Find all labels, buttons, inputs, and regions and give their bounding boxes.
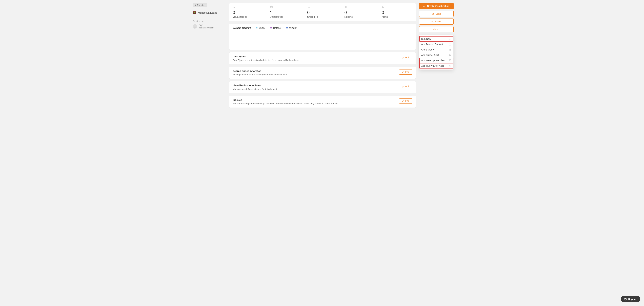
stat-shared-to: 0 Shared To <box>307 6 338 18</box>
create-visualization-button[interactable]: Create Visualization <box>419 3 454 9</box>
bell-icon <box>449 54 452 56</box>
created-by-label: Created by: <box>192 20 226 22</box>
legend-widget: Widget <box>286 27 296 29</box>
stat-label: Alerts <box>382 16 412 18</box>
divider <box>192 18 226 18</box>
more-dropdown: Run Now Add Derived Dataset Clone Query … <box>419 35 454 70</box>
section-desc: Manage pre-defined widgets for this data… <box>233 88 277 90</box>
section-title: Data Types <box>233 55 300 58</box>
legend-dot-icon <box>256 28 258 29</box>
diagram-title: Dataset diagram <box>233 27 251 29</box>
main-content: 0 Visualizations 1 Datasources 0 Shared … <box>229 3 416 108</box>
legend-dot-icon <box>270 28 272 29</box>
menu-label: Add Query Error Alert <box>421 64 444 67</box>
play-circle-icon <box>449 38 452 40</box>
edit-viz-templates-button[interactable]: Edit <box>399 84 412 89</box>
menu-label: Run Now <box>421 38 431 40</box>
menu-label: Add Derived Dataset <box>421 43 443 46</box>
pencil-icon <box>402 71 404 73</box>
more-button[interactable]: More... <box>419 26 454 32</box>
status-badge: Running <box>192 3 207 7</box>
section-search-analytics: Search Based Analytics Settings related … <box>229 67 416 79</box>
button-label: Send <box>436 13 441 15</box>
svg-rect-11 <box>449 49 450 50</box>
bar-chart-icon <box>423 5 426 8</box>
stat-datasources: 1 Datasources <box>270 6 300 18</box>
menu-add-data-update-alert[interactable]: Add Data Update Alert <box>419 58 454 63</box>
section-desc: For non-direct queries with large datase… <box>233 102 338 105</box>
bell-icon <box>382 6 412 9</box>
stats-card: 0 Visualizations 1 Datasources 0 Shared … <box>229 3 416 21</box>
stat-visualizations: 0 Visualizations <box>233 6 263 18</box>
svg-point-6 <box>433 21 434 21</box>
menu-label: Add Data Update Alert <box>421 59 445 62</box>
bar-chart-icon <box>233 6 263 9</box>
menu-add-query-error-alert[interactable]: Add Query Error Alert <box>419 63 454 69</box>
menu-run-now[interactable]: Run Now <box>419 36 454 42</box>
legend-dataset: Dataset <box>270 27 281 29</box>
svg-rect-10 <box>450 49 451 51</box>
bell-icon <box>449 59 452 62</box>
share-icon <box>431 20 434 23</box>
dataset-diagram-card: Dataset diagram Query Dataset Widget <box>229 24 416 50</box>
user-name: Puja <box>199 24 214 27</box>
menu-label: Add Trigger Alert <box>421 54 439 56</box>
legend-label: Query <box>259 27 265 29</box>
edit-label: Edit <box>405 71 409 73</box>
bell-icon <box>449 64 452 67</box>
stat-label: Shared To <box>307 16 338 18</box>
stat-label: Visualizations <box>233 16 263 18</box>
svg-point-8 <box>449 38 451 40</box>
section-data-types: Data Types Data Types are automatically … <box>229 52 416 64</box>
section-title: Search Based Analytics <box>233 70 288 72</box>
stat-alerts: 0 Alerts <box>382 6 412 18</box>
svg-point-7 <box>433 22 434 23</box>
send-button[interactable]: Send <box>419 11 454 17</box>
stat-value: 0 <box>344 10 375 15</box>
status-dot-icon <box>194 5 196 6</box>
report-icon <box>344 6 375 9</box>
copy-icon <box>449 48 452 51</box>
menu-clone-query[interactable]: Clone Query <box>419 47 454 52</box>
section-indexes: Indexes For non-direct queries with larg… <box>229 96 416 108</box>
button-label: Share <box>435 20 441 23</box>
pencil-icon <box>402 100 404 102</box>
stat-label: Datasources <box>270 16 300 18</box>
stat-label: Reports <box>344 16 375 18</box>
menu-label: Clone Query <box>421 48 434 51</box>
share-button[interactable]: Share <box>419 19 454 25</box>
stat-value: 1 <box>270 10 300 15</box>
menu-add-derived-dataset[interactable]: Add Derived Dataset <box>419 42 454 47</box>
section-title: Indexes <box>233 98 338 101</box>
mongodb-icon <box>193 11 196 14</box>
database-row[interactable]: Mongo Database <box>192 10 226 16</box>
send-icon <box>432 13 434 15</box>
avatar <box>192 24 197 29</box>
section-desc: Data Types are automatically detected. Y… <box>233 59 300 61</box>
legend-label: Widget <box>289 27 296 29</box>
stat-value: 0 <box>382 10 412 15</box>
svg-point-5 <box>432 21 432 22</box>
edit-indexes-button[interactable]: Edit <box>399 98 412 103</box>
section-viz-templates: Visualization Templates Manage pre-defin… <box>229 81 416 93</box>
database-icon <box>270 6 300 9</box>
section-desc: Settings related to natural language que… <box>233 73 288 76</box>
legend-query: Query <box>256 27 265 29</box>
section-title: Visualization Templates <box>233 84 277 87</box>
created-by-user: Puja puja@knowi.com <box>192 24 226 29</box>
pencil-icon <box>402 56 404 59</box>
legend-label: Dataset <box>273 27 281 29</box>
status-label: Running <box>197 4 205 7</box>
menu-add-trigger-alert[interactable]: Add Trigger Alert <box>419 52 454 58</box>
svg-point-2 <box>308 6 309 7</box>
edit-label: Edit <box>405 85 409 88</box>
database-name: Mongo Database <box>198 11 217 14</box>
document-icon <box>449 43 452 46</box>
legend-dot-icon <box>286 28 288 29</box>
edit-label: Edit <box>405 56 409 59</box>
button-label: Create Visualization <box>427 5 450 8</box>
actions-panel: Create Visualization Send Share More... … <box>419 3 454 108</box>
user-icon <box>307 6 338 9</box>
edit-search-analytics-button[interactable]: Edit <box>399 70 412 75</box>
edit-data-types-button[interactable]: Edit <box>399 55 412 60</box>
